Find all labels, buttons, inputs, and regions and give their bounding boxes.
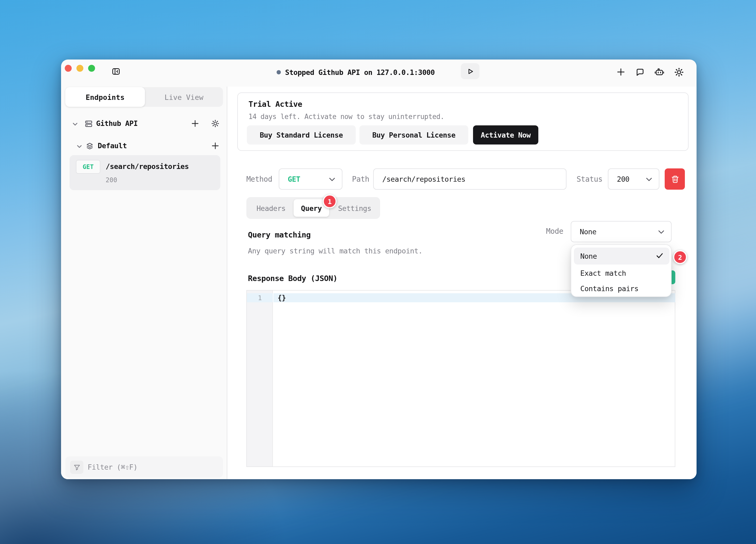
plus-icon <box>616 67 625 76</box>
response-body-heading: Response Body (JSON) <box>248 274 337 283</box>
tab-endpoints[interactable]: Endpoints <box>65 87 145 107</box>
window-title: Stopped Github API on 127.0.0.1:3000 <box>285 68 435 76</box>
tab-live-view-label: Live View <box>165 93 203 101</box>
chevron-down-icon[interactable] <box>76 143 82 149</box>
start-server-button[interactable] <box>461 63 479 79</box>
trash-icon <box>670 174 679 183</box>
chevron-down-icon[interactable] <box>72 121 78 127</box>
step-badge-2: 2 <box>673 250 687 264</box>
path-input-value: /search/repositories <box>382 169 465 189</box>
workspace-settings-button[interactable] <box>211 119 219 127</box>
activate-now-button[interactable]: Activate Now <box>473 125 538 144</box>
feedback-button[interactable] <box>635 67 645 76</box>
method-label: Method <box>246 168 272 190</box>
chat-bubble-icon <box>635 67 645 76</box>
play-icon <box>466 67 474 75</box>
tab-live-view[interactable]: Live View <box>145 87 223 107</box>
buy-personal-license-button[interactable]: Buy Personal License <box>359 125 468 144</box>
workspace-name: Github API <box>96 119 138 127</box>
status-select[interactable]: 200 <box>608 168 659 190</box>
editor-line-number: 1 <box>247 293 273 302</box>
filter-input[interactable]: Filter (⌘⇧F) <box>65 456 223 478</box>
assistant-button[interactable] <box>655 67 664 76</box>
tab-headers[interactable]: Headers <box>248 199 294 217</box>
add-route-button[interactable] <box>191 119 199 127</box>
method-select-value: GET <box>288 169 300 189</box>
mode-dropdown-menu: None Exact match Contains pairs <box>571 244 672 297</box>
delete-endpoint-button[interactable] <box>665 168 685 190</box>
mode-label: Mode <box>528 220 563 242</box>
app-settings-button[interactable] <box>674 67 684 77</box>
trial-banner-title: Trial Active <box>248 100 302 108</box>
endpoint-path: /search/repositories <box>106 162 189 170</box>
mode-select-value: None <box>580 221 596 242</box>
trial-banner: Trial Active 14 days left. Activate now … <box>237 92 689 151</box>
desktop-wallpaper: Stopped Github API on 127.0.0.1:3000 <box>0 0 756 544</box>
robot-icon <box>655 67 664 76</box>
path-input[interactable]: /search/repositories <box>373 168 566 190</box>
menu-item-contains-pairs[interactable]: Contains pairs <box>574 281 669 296</box>
endpoint-status-code: 200 <box>106 176 117 184</box>
method-badge-label: GET <box>83 163 94 170</box>
mode-select[interactable]: None <box>571 221 672 242</box>
chevron-down-icon <box>329 177 335 182</box>
menu-item-none-label: None <box>580 252 597 260</box>
path-label: Path <box>352 168 369 190</box>
sidebar: Endpoints Live View Github API <box>61 87 227 479</box>
query-matching-heading: Query matching <box>248 230 311 239</box>
app-window: Stopped Github API on 127.0.0.1:3000 <box>61 59 697 479</box>
response-body-editor[interactable]: 1 {} <box>246 290 675 467</box>
minimize-window-button[interactable] <box>76 65 83 72</box>
tab-endpoints-label: Endpoints <box>86 93 124 101</box>
check-icon <box>656 253 663 259</box>
method-badge: GET <box>76 160 100 174</box>
filter-icon-box <box>70 461 83 474</box>
query-matching-description: Any query string will match this endpoin… <box>248 246 423 255</box>
menu-item-exact-match-label: Exact match <box>580 268 626 277</box>
group-name: Default <box>98 141 127 150</box>
group-row[interactable]: Default <box>61 138 227 154</box>
menu-item-none[interactable]: None <box>574 247 669 264</box>
filter-funnel-icon <box>73 464 80 471</box>
chevron-down-icon <box>646 177 652 182</box>
panel-toggle-icon <box>112 67 120 75</box>
add-endpoint-button[interactable] <box>211 142 219 150</box>
step-badge-1: 1 <box>323 194 337 208</box>
gear-icon <box>211 119 219 127</box>
menu-item-contains-pairs-label: Contains pairs <box>580 284 638 293</box>
layers-icon <box>85 142 94 150</box>
server-icon <box>84 119 93 128</box>
tab-settings[interactable]: Settings <box>331 199 378 217</box>
toggle-sidebar-button[interactable] <box>112 67 120 75</box>
close-window-button[interactable] <box>65 65 72 72</box>
server-status-dot <box>277 70 281 74</box>
menu-item-exact-match[interactable]: Exact match <box>574 264 669 281</box>
endpoint-tabs: Headers Query Settings <box>246 197 380 219</box>
titlebar: Stopped Github API on 127.0.0.1:3000 <box>61 59 697 84</box>
editor-code: {} <box>278 293 286 302</box>
sidebar-tab-strip: Endpoints Live View <box>65 87 223 107</box>
endpoint-list-item[interactable]: GET /search/repositories 200 <box>70 155 220 190</box>
status-label: Status <box>577 168 603 190</box>
filter-placeholder: Filter (⌘⇧F) <box>88 456 138 478</box>
zoom-window-button[interactable] <box>88 65 95 72</box>
method-select[interactable]: GET <box>279 168 342 190</box>
buy-standard-license-button[interactable]: Buy Standard License <box>247 125 356 144</box>
trial-banner-subtitle: 14 days left. Activate now to stay unint… <box>248 113 444 121</box>
gear-icon <box>674 67 684 77</box>
new-workspace-button[interactable] <box>616 67 625 76</box>
status-select-value: 200 <box>617 169 629 189</box>
editor-gutter <box>247 291 273 466</box>
chevron-down-icon <box>658 230 664 234</box>
workspace-row[interactable]: Github API <box>61 116 227 132</box>
